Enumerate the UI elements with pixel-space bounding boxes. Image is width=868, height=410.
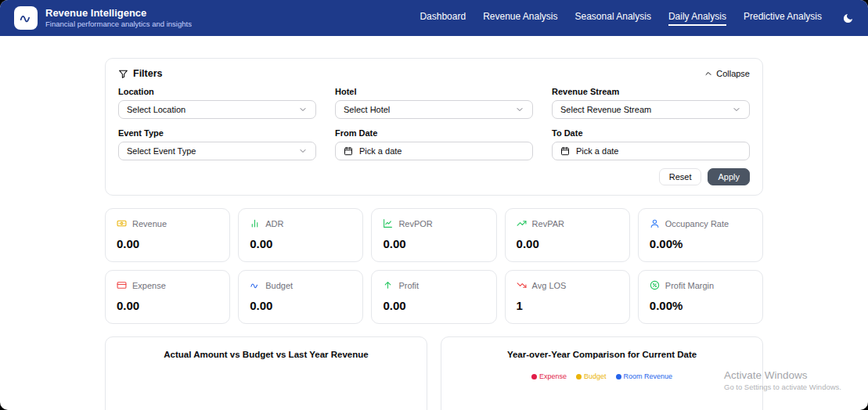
stat-label: ADR [265, 219, 283, 228]
nav-item-predictive-analysis[interactable]: Predictive Analysis [744, 11, 822, 26]
hotel-select-value: Select Hotel [344, 105, 390, 114]
stat-value: 0.00 [117, 299, 218, 312]
stat-card-profit-margin: Profit Margin 0.00% [638, 270, 763, 324]
event-type-select[interactable]: Select Event Type [118, 142, 316, 160]
app-window: Revenue Intelligence Financial performan… [0, 0, 868, 410]
field-from-date: From Date Pick a date [335, 128, 533, 160]
main-nav: Dashboard Revenue Analysis Seasonal Anal… [420, 11, 822, 26]
stat-label: RevPOR [398, 219, 432, 228]
filters-title-label: Filters [133, 68, 163, 79]
charts-row: Actual Amount vs Budget vs Last Year Rev… [105, 336, 763, 410]
legend-item-room-revenue: Room Revenue [616, 372, 673, 380]
stat-label: Profit [398, 281, 419, 290]
arrow-up-icon [383, 280, 393, 290]
stat-label: Revenue [132, 219, 167, 228]
stat-value: 0.00 [383, 237, 484, 250]
location-select[interactable]: Select Location [118, 100, 316, 119]
stat-card-profit: Profit 0.00 [371, 270, 496, 324]
from-date-picker[interactable]: Pick a date [335, 142, 533, 160]
stat-card-revpar: RevPAR 0.00 [505, 208, 630, 262]
stat-label: Budget [265, 281, 293, 290]
stat-value: 0.00% [650, 237, 751, 250]
filters-title: Filters [118, 68, 163, 79]
collapse-button[interactable]: Collapse [704, 69, 750, 78]
chart-card-yoy-comparison: Year-over-Year Comparison for Current Da… [441, 336, 763, 410]
filters-card: Filters Collapse Location Select Locatio… [105, 58, 763, 196]
field-event-type: Event Type Select Event Type [118, 128, 316, 160]
wallet-icon [250, 280, 260, 290]
field-to-date: To Date Pick a date [552, 128, 750, 160]
chart-card-actual-vs-budget: Actual Amount vs Budget vs Last Year Rev… [105, 336, 427, 410]
app-title: Revenue Intelligence [45, 7, 192, 20]
chevron-down-icon [732, 105, 741, 114]
hotel-select[interactable]: Select Hotel [335, 100, 533, 119]
event-type-label: Event Type [118, 128, 316, 138]
apply-button[interactable]: Apply [708, 168, 750, 185]
stat-label: Profit Margin [665, 281, 714, 290]
stats-row-2: Expense 0.00 Budget 0.00 Profi [105, 270, 763, 324]
stat-value: 1 [517, 299, 618, 312]
stat-value: 0.00 [250, 237, 351, 250]
theme-toggle-button[interactable] [842, 13, 854, 24]
nav-item-dashboard[interactable]: Dashboard [420, 11, 466, 26]
legend-item-budget: Budget [576, 372, 607, 380]
stat-label: Occupancy Rate [665, 219, 729, 228]
stat-value: 0.00% [650, 299, 751, 312]
legend-dot [616, 374, 621, 379]
title-block: Revenue Intelligence Financial performan… [45, 7, 192, 29]
person-icon [650, 218, 660, 228]
to-date-picker[interactable]: Pick a date [552, 142, 750, 160]
stat-label: Expense [132, 281, 166, 290]
to-date-value: Pick a date [576, 146, 618, 156]
chart-title: Actual Amount vs Budget vs Last Year Rev… [106, 350, 427, 359]
stat-card-avg-los: Avg LOS 1 [505, 270, 630, 324]
stat-card-revpor: RevPOR 0.00 [371, 208, 496, 262]
stat-value: 0.00 [517, 237, 618, 250]
stat-value: 0.00 [383, 299, 484, 312]
location-select-value: Select Location [127, 105, 185, 114]
revenue-stream-label: Revenue Stream [552, 87, 750, 96]
calendar-icon [344, 146, 353, 156]
chevron-down-icon [298, 146, 308, 156]
moon-icon [842, 13, 854, 24]
stat-card-occupancy-rate: Occupancy Rate 0.00% [638, 208, 763, 262]
stats-row-1: Revenue 0.00 ADR 0.00 RevPOR [105, 208, 763, 262]
line-chart-icon [383, 218, 393, 228]
field-revenue-stream: Revenue Stream Select Revenue Stream [552, 87, 750, 119]
revenue-stream-select[interactable]: Select Revenue Stream [552, 100, 750, 119]
chevron-down-icon [515, 105, 524, 114]
stat-card-revenue: Revenue 0.00 [105, 208, 230, 262]
banknote-icon [117, 218, 127, 228]
percent-circle-icon [650, 280, 660, 290]
field-hotel: Hotel Select Hotel [335, 87, 533, 119]
nav-item-revenue-analysis[interactable]: Revenue Analysis [483, 11, 557, 26]
stat-card-adr: ADR 0.00 [238, 208, 363, 262]
nav-item-seasonal-analysis[interactable]: Seasonal Analysis [575, 11, 651, 26]
event-type-select-value: Select Event Type [127, 146, 196, 156]
calendar-icon [560, 146, 570, 156]
hotel-label: Hotel [335, 87, 533, 96]
legend-label: Room Revenue [624, 372, 673, 380]
filter-funnel-icon [118, 69, 128, 79]
collapse-label: Collapse [716, 69, 750, 78]
stat-label: RevPAR [532, 219, 564, 228]
legend-dot [531, 374, 537, 379]
legend-item-expense: Expense [531, 372, 567, 380]
credit-card-icon [117, 280, 127, 290]
stat-card-budget: Budget 0.00 [238, 270, 363, 324]
stat-card-expense: Expense 0.00 [105, 270, 230, 324]
stat-label: Avg LOS [532, 281, 567, 290]
logo-icon [19, 11, 33, 25]
app-subtitle: Financial performance analytics and insi… [45, 20, 192, 29]
stat-value: 0.00 [250, 299, 351, 312]
reset-button[interactable]: Reset [659, 168, 702, 185]
revenue-stream-select-value: Select Revenue Stream [560, 105, 651, 114]
nav-item-daily-analysis[interactable]: Daily Analysis [668, 11, 726, 26]
content-area: Filters Collapse Location Select Locatio… [105, 36, 763, 410]
legend-dot [576, 374, 582, 379]
trending-down-icon [517, 280, 527, 290]
legend-label: Budget [584, 372, 607, 380]
trending-up-icon [517, 218, 527, 228]
app-header: Revenue Intelligence Financial performan… [0, 0, 868, 36]
location-label: Location [118, 87, 316, 96]
